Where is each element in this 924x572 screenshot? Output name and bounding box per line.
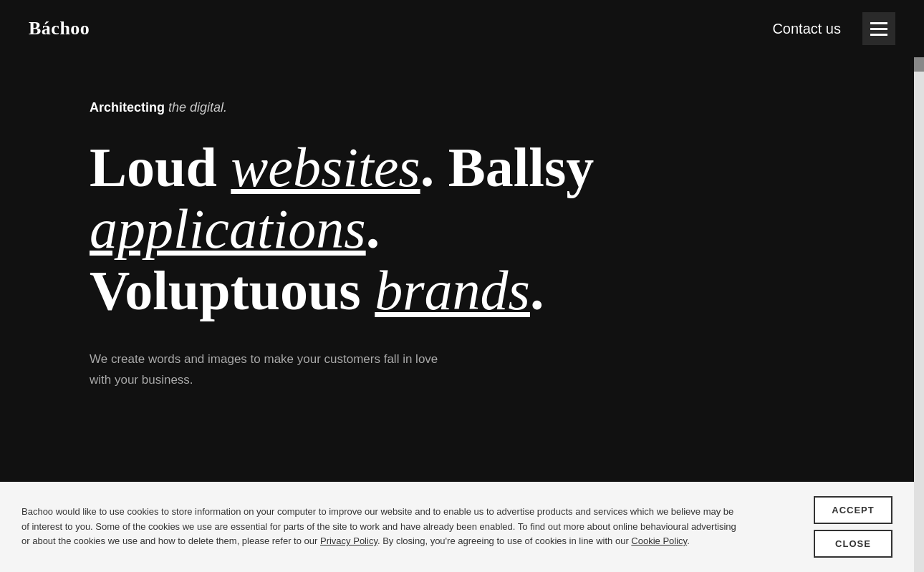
- headline-line1: Loud websites. Ballsy applications.: [90, 136, 594, 260]
- period2: .: [530, 259, 544, 321]
- cookie-policy-link[interactable]: Cookie Policy: [631, 535, 687, 546]
- brands-text: brands: [375, 259, 530, 321]
- loud-text: Loud: [90, 136, 231, 198]
- close-button[interactable]: CLOSE: [814, 530, 892, 558]
- nav-right: Contact us: [772, 12, 895, 45]
- hero-headline: Loud websites. Ballsy applications. Volu…: [90, 137, 734, 321]
- period1: .: [366, 198, 380, 260]
- hero-section: Architecting the digital. Loud websites.…: [0, 57, 924, 501]
- cookie-banner: Bachoo would like to use cookies to stor…: [0, 482, 914, 572]
- menu-bar-2: [870, 28, 887, 30]
- websites-text: websites: [231, 136, 420, 198]
- hero-subtext: We create words and images to make your …: [90, 349, 448, 391]
- applications-text: applications: [90, 198, 366, 260]
- menu-bar-1: [870, 22, 887, 24]
- menu-bar-3: [870, 34, 887, 36]
- tagline-italic: the digital.: [168, 100, 227, 115]
- navbar: Báchoo Contact us: [0, 0, 924, 57]
- hero-tagline: Architecting the digital.: [90, 100, 895, 115]
- cookie-text: Bachoo would like to use cookies to stor…: [21, 505, 738, 549]
- voluptuous-text: Voluptuous: [90, 259, 375, 321]
- contact-link[interactable]: Contact us: [772, 21, 841, 37]
- ballsy-text: . Ballsy: [420, 136, 595, 198]
- site-logo[interactable]: Báchoo: [29, 18, 90, 39]
- cookie-end-text: .: [687, 535, 690, 546]
- privacy-policy-link[interactable]: Privacy Policy: [320, 535, 377, 546]
- cookie-middle-text: . By closing, you're agreeing to use of …: [377, 535, 631, 546]
- headline-line2: Voluptuous brands.: [90, 259, 544, 321]
- menu-button[interactable]: [862, 12, 895, 45]
- scrollbar[interactable]: [914, 0, 924, 572]
- accept-button[interactable]: ACCEPT: [814, 496, 892, 524]
- cookie-buttons: ACCEPT CLOSE: [814, 496, 892, 558]
- tagline-bold: Architecting: [90, 100, 165, 115]
